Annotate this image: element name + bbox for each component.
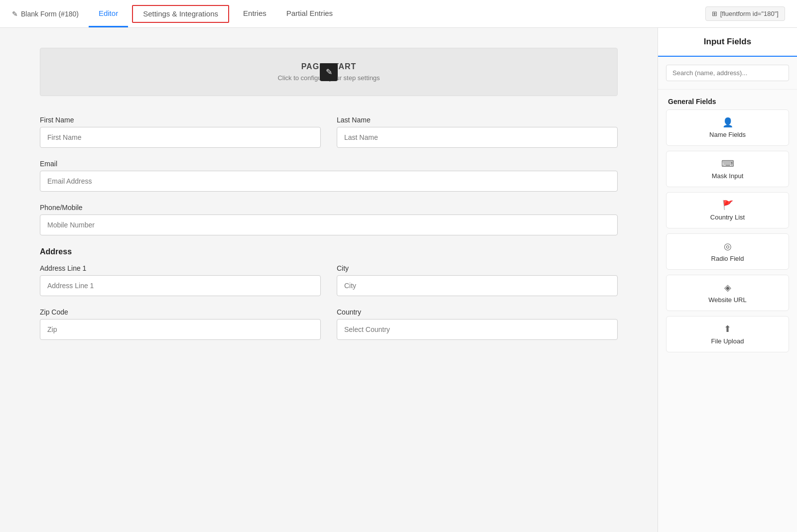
address-line1-group: Address Line 1 <box>40 264 321 296</box>
country-group: Country <box>337 308 618 340</box>
field-card-file-upload[interactable]: ⬆ File Upload <box>666 316 789 352</box>
email-row: Email <box>40 160 618 192</box>
field-card-website-url[interactable]: ◈ Website URL <box>666 275 789 311</box>
edit-overlay-icon[interactable]: ✎ <box>320 63 338 81</box>
general-fields-heading: General Fields <box>658 90 797 109</box>
zip-group: Zip Code <box>40 308 321 340</box>
address-line1-input[interactable] <box>40 275 321 296</box>
country-list-icon: 🚩 <box>722 200 733 211</box>
email-label: Email <box>40 160 618 168</box>
mask-input-label: Mask Input <box>712 172 744 180</box>
main-layout: PAGE START Click to configure your step … <box>0 28 797 532</box>
phone-input[interactable] <box>40 214 618 235</box>
first-name-group: First Name <box>40 116 321 148</box>
sidebar-fields-list: 👤 Name Fields ⌨ Mask Input 🚩 Country Lis… <box>658 109 797 357</box>
right-sidebar: Input Fields General Fields 👤 Name Field… <box>658 28 797 532</box>
radio-field-icon: ◎ <box>724 241 732 252</box>
first-name-label: First Name <box>40 116 321 124</box>
website-url-label: Website URL <box>708 296 746 304</box>
sidebar-title: Input Fields <box>658 28 797 57</box>
country-list-label: Country List <box>710 213 745 221</box>
email-input[interactable] <box>40 171 618 192</box>
field-card-name-fields[interactable]: 👤 Name Fields <box>666 109 789 146</box>
form-area: PAGE START Click to configure your step … <box>0 28 658 532</box>
top-nav: ✎ Blank Form (#180) Editor Settings & In… <box>0 0 797 28</box>
page-start-banner[interactable]: PAGE START Click to configure your step … <box>40 48 618 96</box>
website-url-icon: ◈ <box>724 282 731 293</box>
radio-field-label: Radio Field <box>711 255 744 262</box>
last-name-label: Last Name <box>337 116 618 124</box>
first-name-input[interactable] <box>40 127 321 148</box>
phone-label: Phone/Mobile <box>40 204 618 212</box>
sidebar-search-container <box>658 57 797 90</box>
field-card-radio-field[interactable]: ◎ Radio Field <box>666 233 789 270</box>
tab-entries[interactable]: Entries <box>233 0 276 27</box>
city-group: City <box>337 264 618 296</box>
nav-tabs: Editor Settings & Integrations Entries P… <box>89 0 343 27</box>
email-group: Email <box>40 160 618 192</box>
file-upload-icon: ⬆ <box>724 323 731 334</box>
address-row-1: Address Line 1 City <box>40 264 618 296</box>
file-upload-label: File Upload <box>711 337 744 345</box>
country-label: Country <box>337 308 618 316</box>
shortcode-icon: ⊞ <box>712 10 717 17</box>
last-name-input[interactable] <box>337 127 618 148</box>
address-row-2: Zip Code Country <box>40 308 618 340</box>
zip-label: Zip Code <box>40 308 321 316</box>
tab-settings[interactable]: Settings & Integrations <box>132 5 229 23</box>
name-fields-label: Name Fields <box>709 131 746 138</box>
field-card-mask-input[interactable]: ⌨ Mask Input <box>666 151 789 187</box>
tab-partial-entries[interactable]: Partial Entries <box>276 0 343 27</box>
address-heading: Address <box>40 247 618 256</box>
form-icon: ✎ <box>12 10 18 18</box>
name-row: First Name Last Name <box>40 116 618 148</box>
city-input[interactable] <box>337 275 618 296</box>
name-fields-icon: 👤 <box>722 117 733 128</box>
tab-editor[interactable]: Editor <box>89 0 128 27</box>
form-title[interactable]: ✎ Blank Form (#180) <box>12 10 79 18</box>
phone-group: Phone/Mobile <box>40 204 618 235</box>
phone-row: Phone/Mobile <box>40 204 618 235</box>
shortcode-button[interactable]: ⊞ [fluentform id="180"] <box>705 6 785 21</box>
zip-input[interactable] <box>40 319 321 340</box>
last-name-group: Last Name <box>337 116 618 148</box>
field-card-country-list[interactable]: 🚩 Country List <box>666 192 789 228</box>
mask-input-icon: ⌨ <box>721 158 734 169</box>
sidebar-search-input[interactable] <box>666 65 789 81</box>
country-input[interactable] <box>337 319 618 340</box>
city-label: City <box>337 264 618 272</box>
address-line1-label: Address Line 1 <box>40 264 321 272</box>
